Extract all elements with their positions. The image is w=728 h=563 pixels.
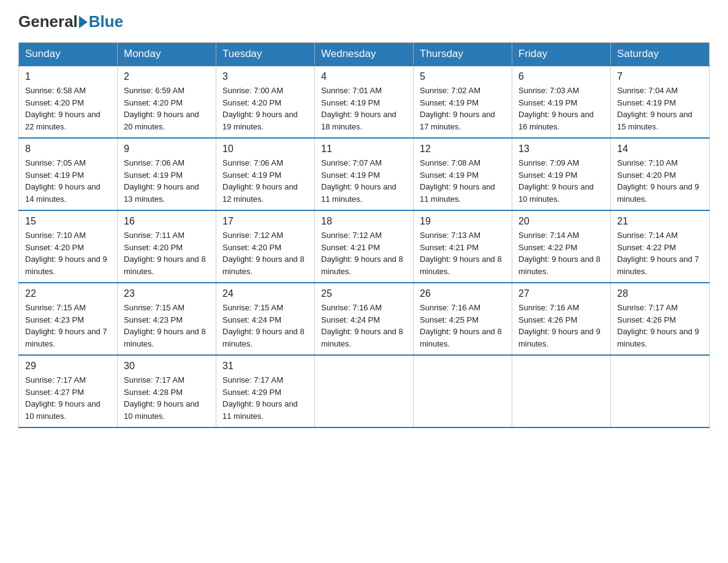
day-number: 24 (222, 288, 308, 299)
calendar-cell: 19 Sunrise: 7:13 AM Sunset: 4:21 PM Dayl… (414, 210, 512, 283)
calendar-cell: 20 Sunrise: 7:14 AM Sunset: 4:22 PM Dayl… (512, 210, 611, 283)
day-info: Sunrise: 7:17 AM Sunset: 4:26 PM Dayligh… (617, 302, 703, 350)
logo-arrow-icon (79, 16, 88, 28)
day-info: Sunrise: 7:16 AM Sunset: 4:25 PM Dayligh… (420, 302, 506, 350)
day-info: Sunrise: 7:16 AM Sunset: 4:26 PM Dayligh… (518, 302, 604, 350)
day-number: 6 (518, 71, 604, 82)
calendar-table: SundayMondayTuesdayWednesdayThursdayFrid… (18, 42, 710, 428)
calendar-cell: 3 Sunrise: 7:00 AM Sunset: 4:20 PM Dayli… (216, 66, 315, 138)
day-number: 7 (617, 71, 703, 82)
calendar-cell: 11 Sunrise: 7:07 AM Sunset: 4:19 PM Dayl… (315, 138, 414, 210)
day-number: 19 (420, 216, 506, 227)
calendar-cell: 17 Sunrise: 7:12 AM Sunset: 4:20 PM Dayl… (216, 210, 315, 283)
day-info: Sunrise: 7:17 AM Sunset: 4:28 PM Dayligh… (124, 374, 210, 422)
day-info: Sunrise: 7:09 AM Sunset: 4:19 PM Dayligh… (518, 157, 604, 205)
day-info: Sunrise: 7:12 AM Sunset: 4:21 PM Dayligh… (321, 229, 407, 277)
calendar-cell (414, 355, 512, 427)
day-number: 30 (124, 361, 210, 372)
day-number: 16 (124, 216, 210, 227)
day-info: Sunrise: 7:05 AM Sunset: 4:19 PM Dayligh… (25, 157, 111, 205)
day-number: 9 (124, 144, 210, 155)
calendar-cell: 2 Sunrise: 6:59 AM Sunset: 4:20 PM Dayli… (118, 66, 216, 138)
calendar-cell: 14 Sunrise: 7:10 AM Sunset: 4:20 PM Dayl… (611, 138, 710, 210)
day-number: 22 (25, 288, 111, 299)
calendar-header-thursday: Thursday (414, 43, 512, 66)
day-info: Sunrise: 7:11 AM Sunset: 4:20 PM Dayligh… (124, 229, 210, 277)
day-info: Sunrise: 7:04 AM Sunset: 4:19 PM Dayligh… (617, 85, 703, 132)
calendar-cell: 22 Sunrise: 7:15 AM Sunset: 4:23 PM Dayl… (19, 283, 118, 355)
day-number: 20 (518, 216, 604, 227)
day-number: 2 (124, 71, 210, 82)
calendar-cell: 23 Sunrise: 7:15 AM Sunset: 4:23 PM Dayl… (118, 283, 216, 355)
calendar-cell: 31 Sunrise: 7:17 AM Sunset: 4:29 PM Dayl… (216, 355, 315, 427)
calendar-cell: 18 Sunrise: 7:12 AM Sunset: 4:21 PM Dayl… (315, 210, 414, 283)
calendar-cell: 15 Sunrise: 7:10 AM Sunset: 4:20 PM Dayl… (19, 210, 118, 283)
calendar-cell: 12 Sunrise: 7:08 AM Sunset: 4:19 PM Dayl… (414, 138, 512, 210)
logo-blue-text: Blue (89, 12, 123, 31)
calendar-cell: 30 Sunrise: 7:17 AM Sunset: 4:28 PM Dayl… (118, 355, 216, 427)
day-number: 14 (617, 144, 703, 155)
calendar-header-monday: Monday (118, 43, 216, 66)
calendar-header-row: SundayMondayTuesdayWednesdayThursdayFrid… (19, 43, 710, 66)
calendar-cell: 16 Sunrise: 7:11 AM Sunset: 4:20 PM Dayl… (118, 210, 216, 283)
day-info: Sunrise: 7:07 AM Sunset: 4:19 PM Dayligh… (321, 157, 407, 205)
day-info: Sunrise: 7:00 AM Sunset: 4:20 PM Dayligh… (222, 85, 308, 132)
calendar-cell: 7 Sunrise: 7:04 AM Sunset: 4:19 PM Dayli… (611, 66, 710, 138)
day-number: 5 (420, 71, 506, 82)
day-number: 13 (518, 144, 604, 155)
day-info: Sunrise: 7:06 AM Sunset: 4:19 PM Dayligh… (222, 157, 308, 205)
day-number: 8 (25, 144, 111, 155)
day-info: Sunrise: 7:14 AM Sunset: 4:22 PM Dayligh… (617, 229, 703, 277)
calendar-header-saturday: Saturday (611, 43, 710, 66)
calendar-header-sunday: Sunday (19, 43, 118, 66)
day-info: Sunrise: 7:14 AM Sunset: 4:22 PM Dayligh… (518, 229, 604, 277)
calendar-week-row-5: 29 Sunrise: 7:17 AM Sunset: 4:27 PM Dayl… (19, 355, 710, 427)
calendar-header-friday: Friday (512, 43, 611, 66)
day-number: 12 (420, 144, 506, 155)
day-info: Sunrise: 6:59 AM Sunset: 4:20 PM Dayligh… (124, 85, 210, 132)
day-info: Sunrise: 7:08 AM Sunset: 4:19 PM Dayligh… (420, 157, 506, 205)
day-number: 29 (25, 361, 111, 372)
day-info: Sunrise: 7:15 AM Sunset: 4:23 PM Dayligh… (25, 302, 111, 350)
page-header: General Blue (18, 12, 710, 31)
day-number: 10 (222, 144, 308, 155)
day-number: 26 (420, 288, 506, 299)
calendar-cell: 5 Sunrise: 7:02 AM Sunset: 4:19 PM Dayli… (414, 66, 512, 138)
day-number: 25 (321, 288, 407, 299)
day-number: 1 (25, 71, 111, 82)
logo-general-text: General (18, 12, 78, 31)
calendar-cell: 29 Sunrise: 7:17 AM Sunset: 4:27 PM Dayl… (19, 355, 118, 427)
calendar-header-tuesday: Tuesday (216, 43, 315, 66)
day-info: Sunrise: 7:17 AM Sunset: 4:29 PM Dayligh… (222, 374, 308, 422)
logo: General Blue (18, 12, 123, 31)
day-info: Sunrise: 7:10 AM Sunset: 4:20 PM Dayligh… (25, 229, 111, 277)
calendar-header-wednesday: Wednesday (315, 43, 414, 66)
calendar-cell: 8 Sunrise: 7:05 AM Sunset: 4:19 PM Dayli… (19, 138, 118, 210)
calendar-cell: 9 Sunrise: 7:06 AM Sunset: 4:19 PM Dayli… (118, 138, 216, 210)
calendar-cell: 24 Sunrise: 7:15 AM Sunset: 4:24 PM Dayl… (216, 283, 315, 355)
day-info: Sunrise: 7:16 AM Sunset: 4:24 PM Dayligh… (321, 302, 407, 350)
day-info: Sunrise: 7:13 AM Sunset: 4:21 PM Dayligh… (420, 229, 506, 277)
day-info: Sunrise: 7:06 AM Sunset: 4:19 PM Dayligh… (124, 157, 210, 205)
day-number: 28 (617, 288, 703, 299)
day-number: 4 (321, 71, 407, 82)
calendar-cell: 10 Sunrise: 7:06 AM Sunset: 4:19 PM Dayl… (216, 138, 315, 210)
calendar-cell: 27 Sunrise: 7:16 AM Sunset: 4:26 PM Dayl… (512, 283, 611, 355)
day-number: 17 (222, 216, 308, 227)
calendar-cell: 25 Sunrise: 7:16 AM Sunset: 4:24 PM Dayl… (315, 283, 414, 355)
day-info: Sunrise: 7:01 AM Sunset: 4:19 PM Dayligh… (321, 85, 407, 132)
calendar-cell: 6 Sunrise: 7:03 AM Sunset: 4:19 PM Dayli… (512, 66, 611, 138)
day-info: Sunrise: 7:17 AM Sunset: 4:27 PM Dayligh… (25, 374, 111, 422)
day-number: 3 (222, 71, 308, 82)
day-info: Sunrise: 7:10 AM Sunset: 4:20 PM Dayligh… (617, 157, 703, 205)
day-info: Sunrise: 7:15 AM Sunset: 4:23 PM Dayligh… (124, 302, 210, 350)
day-info: Sunrise: 7:03 AM Sunset: 4:19 PM Dayligh… (518, 85, 604, 132)
calendar-week-row-2: 8 Sunrise: 7:05 AM Sunset: 4:19 PM Dayli… (19, 138, 710, 210)
calendar-cell (611, 355, 710, 427)
calendar-week-row-4: 22 Sunrise: 7:15 AM Sunset: 4:23 PM Dayl… (19, 283, 710, 355)
day-info: Sunrise: 7:15 AM Sunset: 4:24 PM Dayligh… (222, 302, 308, 350)
day-number: 18 (321, 216, 407, 227)
calendar-cell (512, 355, 611, 427)
calendar-cell: 1 Sunrise: 6:58 AM Sunset: 4:20 PM Dayli… (19, 66, 118, 138)
day-number: 11 (321, 144, 407, 155)
